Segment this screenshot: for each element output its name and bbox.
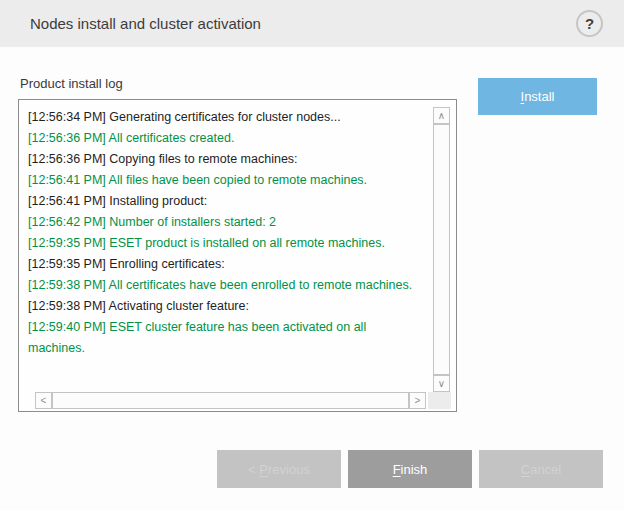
finish-label-accel: F (393, 462, 401, 477)
vertical-scroll-thumb[interactable] (433, 124, 450, 375)
log-entry: [12:59:40 PM] ESET cluster feature has b… (28, 317, 425, 359)
titlebar: Nodes install and cluster activation ? (0, 0, 624, 47)
log-text: [12:56:34 PM] Generating certificates fo… (20, 101, 427, 391)
log-entry: [12:56:34 PM] Generating certificates fo… (28, 107, 425, 128)
previous-label-pre: < (248, 462, 259, 477)
scrollbar-corner (428, 392, 451, 409)
chevron-down-icon: ∨ (438, 379, 445, 389)
chevron-up-icon: ∧ (438, 111, 445, 121)
previous-label: revious (268, 462, 310, 477)
log-label: Product install log (20, 76, 123, 91)
horizontal-scrollbar[interactable]: < > (35, 392, 426, 409)
scroll-right-button[interactable]: > (409, 392, 426, 409)
chevron-right-icon: > (415, 396, 421, 406)
finish-button[interactable]: Finish (348, 450, 472, 488)
question-icon: ? (585, 15, 594, 32)
log-entry: [12:59:35 PM] ESET product is installed … (28, 233, 425, 254)
cancel-button[interactable]: Cancel (479, 450, 603, 488)
log-entry: [12:59:38 PM] All certificates have been… (28, 275, 425, 296)
install-label: nstall (524, 89, 554, 104)
log-entry: [12:59:38 PM] Activating cluster feature… (28, 296, 425, 317)
install-log-box: [12:56:34 PM] Generating certificates fo… (18, 99, 457, 412)
horizontal-scroll-thumb[interactable] (52, 392, 409, 409)
previous-label-accel: P (259, 462, 268, 477)
scroll-down-button[interactable]: ∨ (433, 375, 450, 392)
cancel-label: ancel (530, 462, 561, 477)
install-button[interactable]: Install (478, 78, 597, 115)
log-entry: [12:56:36 PM] Copying files to remote ma… (28, 149, 425, 170)
cancel-label-accel: C (521, 462, 530, 477)
page-title: Nodes install and cluster activation (30, 0, 261, 47)
log-entry: [12:56:41 PM] Installing product: (28, 191, 425, 212)
vertical-scrollbar[interactable]: ∧ ∨ (433, 107, 450, 392)
log-entry: [12:59:35 PM] Enrolling certificates: (28, 254, 425, 275)
help-button[interactable]: ? (576, 10, 603, 37)
chevron-left-icon: < (41, 396, 47, 406)
previous-button[interactable]: < Previous (217, 450, 341, 488)
wizard-window: Nodes install and cluster activation ? P… (0, 0, 624, 511)
scroll-left-button[interactable]: < (35, 392, 52, 409)
scroll-up-button[interactable]: ∧ (433, 107, 450, 124)
log-entry: [12:56:42 PM] Number of installers start… (28, 212, 425, 233)
log-entry: [12:56:36 PM] All certificates created. (28, 128, 425, 149)
finish-label: inish (401, 462, 428, 477)
log-entry: [12:56:41 PM] All files have been copied… (28, 170, 425, 191)
